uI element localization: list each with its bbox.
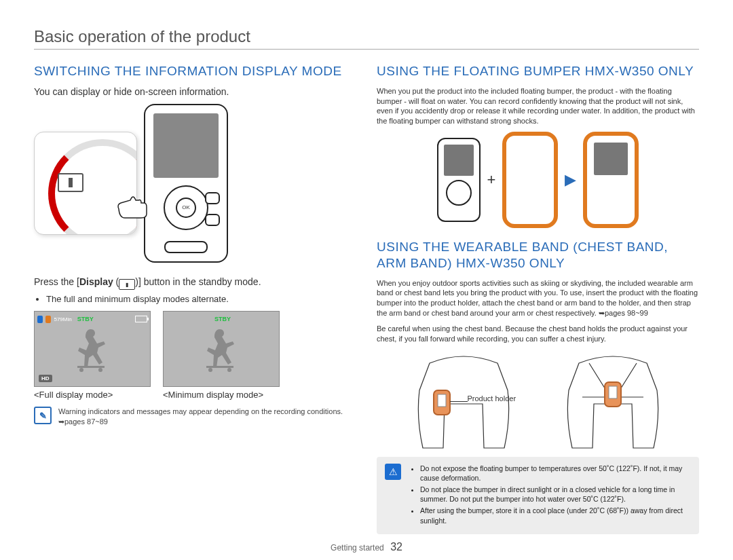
note-icon: ✎ <box>34 407 52 424</box>
section-heading-display-mode: SWITCHING THE INFORMATION DISPLAY MODE <box>34 63 356 79</box>
svg-point-5 <box>227 368 231 372</box>
screen-frame-min: STBY <box>163 311 280 387</box>
display-mode-icon <box>58 173 83 192</box>
sd-chip-icon <box>37 316 43 323</box>
bumper-illustration-row: + ▶ <box>377 132 699 228</box>
stby-label: STBY <box>214 316 231 322</box>
annotation-leader-line <box>450 401 468 402</box>
right-column: USING THE FLOATING BUMPER HMX-W350 ONLY … <box>377 63 699 534</box>
arm-band-illustration: Product holder <box>402 350 525 451</box>
page-title: Basic operation of the product <box>34 27 699 46</box>
side-button-1 <box>205 192 220 204</box>
note-block: ✎ Warning indicators and messages may ap… <box>34 407 356 427</box>
bullet-item: The full and minimum display modes alter… <box>46 294 356 304</box>
svg-rect-9 <box>609 386 617 398</box>
svg-rect-3 <box>206 366 233 368</box>
display-mode-icon: ▮ <box>119 279 135 290</box>
wearable-illustration-row: Product holder <box>377 350 699 451</box>
plus-icon: + <box>487 171 496 189</box>
dial-closeup-illustration <box>34 132 137 235</box>
section-heading-wearable: USING THE WEARABLE BAND (CHEST BAND, ARM… <box>377 239 699 272</box>
full-display-example: 579Min STBY HD <Full display mode> <box>34 311 149 400</box>
manual-page: Basic operation of the product SWITCHING… <box>0 0 733 560</box>
svg-rect-0 <box>77 366 105 368</box>
floating-bumper-empty <box>502 132 558 228</box>
instr-mid: ( <box>113 276 119 287</box>
status-bar: 579Min STBY <box>37 314 147 324</box>
wearable-description-1: When you enjoy outdoor sports activities… <box>377 278 699 318</box>
camera-illustration <box>437 138 481 222</box>
screen-frame-full: 579Min STBY HD <box>34 311 151 387</box>
instr-prefix: Press the [ <box>34 276 79 287</box>
caution-item: After using the bumper, store it in a co… <box>420 506 691 525</box>
bumper-description: When you put the product into the includ… <box>377 86 699 126</box>
caution-triangle-icon: ⚠ <box>385 464 401 480</box>
camera-body-illustration <box>144 104 228 263</box>
full-mode-caption: <Full display mode> <box>34 390 149 400</box>
arrow-right-icon: ▶ <box>565 171 576 189</box>
svg-rect-7 <box>438 394 446 407</box>
wearable-description-2: Be careful when using the chest band. Be… <box>377 324 699 344</box>
caution-list: Do not expose the floating bumper to tem… <box>409 464 691 527</box>
page-footer: Getting started 32 <box>0 541 733 553</box>
rec-chip-icon <box>45 316 51 323</box>
display-mode-examples: 579Min STBY HD <Full display mode> STBY <box>34 311 356 400</box>
minimum-display-example: STBY <Minimum display mode> <box>163 311 278 400</box>
wearable-desc-a: When you enjoy outdoor sports activities… <box>377 279 698 318</box>
instr-bold: Display <box>79 276 113 287</box>
skateboarder-silhouette <box>201 325 242 373</box>
note-text: Warning indicators and messages may appe… <box>58 407 356 427</box>
dpad-ok-button <box>164 185 208 230</box>
floating-bumper-with-camera <box>583 132 639 228</box>
stby-label: STBY <box>77 316 94 322</box>
two-column-layout: SWITCHING THE INFORMATION DISPLAY MODE Y… <box>34 63 699 534</box>
svg-point-4 <box>208 368 212 372</box>
min-mode-caption: <Minimum display mode> <box>163 390 278 400</box>
instruction-line: Press the [Display (▮)] button in the st… <box>34 276 356 291</box>
footer-section-label: Getting started <box>331 543 384 553</box>
bullet-list: The full and minimum display modes alter… <box>34 294 356 304</box>
battery-icon <box>135 316 147 322</box>
side-button-2 <box>205 214 220 226</box>
hand-pointer-icon <box>115 192 149 219</box>
product-holder-label: Product holder <box>468 394 516 403</box>
status-bar-min: STBY <box>166 314 276 324</box>
chest-band-illustration <box>552 350 674 451</box>
instr-suffix: )] button in the standby mode. <box>135 276 261 287</box>
caution-item: Do not place the bumper in direct sunlig… <box>420 485 691 504</box>
hd-badge: HD <box>39 375 52 382</box>
time-remaining-label: 579Min <box>54 316 71 322</box>
bottom-button <box>164 241 208 253</box>
page-number: 32 <box>390 541 402 553</box>
camera-screen <box>153 113 219 178</box>
caution-item: Do not expose the floating bumper to tem… <box>420 464 691 483</box>
intro-text: You can display or hide on-screen inform… <box>34 86 356 97</box>
title-divider <box>34 49 699 50</box>
device-illustration <box>34 104 356 263</box>
skateboarder-silhouette <box>72 325 113 373</box>
caution-block: ⚠ Do not expose the floating bumper to t… <box>377 457 699 534</box>
svg-point-2 <box>98 368 102 372</box>
svg-point-1 <box>79 368 83 372</box>
left-column: SWITCHING THE INFORMATION DISPLAY MODE Y… <box>34 63 356 534</box>
section-heading-bumper: USING THE FLOATING BUMPER HMX-W350 ONLY <box>377 63 699 79</box>
